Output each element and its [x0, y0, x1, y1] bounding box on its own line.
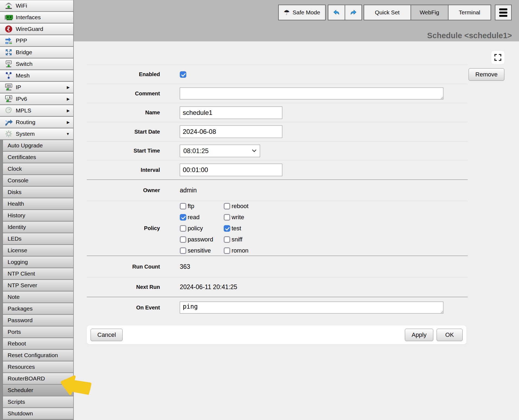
submenu-item-identity[interactable]: Identity: [3, 221, 73, 233]
next-run-label: Next Run: [87, 284, 160, 290]
submenu-item-resources[interactable]: Resources: [3, 361, 73, 373]
policy-checkbox-test[interactable]: [224, 225, 230, 232]
enabled-label: Enabled: [87, 71, 160, 77]
submenu-item-note[interactable]: Note: [3, 291, 73, 303]
sidebar-item-switch[interactable]: Switch: [0, 58, 73, 70]
policy-label: Policy: [87, 225, 160, 231]
policy-option-sniff[interactable]: sniff: [224, 236, 275, 243]
routing-icon: [4, 118, 14, 127]
policy-checkbox-read[interactable]: [180, 214, 186, 221]
wifi-icon: [4, 1, 14, 10]
submenu-item-routerboard[interactable]: RouterBOARD: [3, 373, 73, 384]
submenu-item-reboot[interactable]: Reboot: [3, 338, 73, 349]
ok-button[interactable]: OK: [437, 329, 463, 341]
redo-icon: [349, 8, 357, 17]
tab-quick-set[interactable]: Quick Set: [364, 5, 411, 20]
submenu-item-auto-upgrade[interactable]: Auto Upgrade: [3, 140, 73, 151]
sidebar-item-system[interactable]: System▼: [0, 128, 73, 140]
system-submenu: Auto UpgradeCertificatesClockConsoleDisk…: [2, 140, 73, 419]
remove-button[interactable]: Remove: [469, 68, 504, 81]
enabled-checkbox[interactable]: [180, 71, 186, 78]
next-run-row: Next Run 2024-06-11 20:41:25: [87, 277, 468, 297]
sidebar-item-interfaces[interactable]: Interfaces: [0, 12, 73, 23]
policy-checkbox-romon[interactable]: [224, 247, 230, 254]
sidebar-item-ipv6[interactable]: ✓6IPv6▶: [0, 93, 73, 105]
sidebar-item-routing[interactable]: Routing▶: [0, 117, 73, 128]
owner-value: admin: [180, 187, 197, 194]
comment-input[interactable]: [180, 88, 443, 99]
submenu-item-leds[interactable]: LEDs: [3, 233, 73, 244]
mesh-icon: [4, 71, 14, 80]
submenu-item-reset-configuration[interactable]: Reset Configuration: [3, 350, 73, 361]
tab-webfig[interactable]: WebFig: [411, 5, 448, 20]
cancel-button[interactable]: Cancel: [91, 329, 123, 341]
submenu-item-history[interactable]: History: [3, 210, 73, 221]
chevron-right-icon: ▶: [67, 108, 70, 113]
name-input[interactable]: [180, 106, 282, 119]
sidebar-item-mpls[interactable]: MPLS▶: [0, 105, 73, 116]
sidebar-item-ip[interactable]: 255IP▶: [0, 82, 73, 93]
start-time-label: Start Time: [87, 148, 160, 154]
submenu-item-clock[interactable]: Clock: [3, 163, 73, 175]
policy-checkbox-write[interactable]: [224, 214, 230, 221]
policy-option-romon[interactable]: romon: [224, 247, 275, 254]
policy-checkbox-password[interactable]: [180, 236, 186, 243]
submenu-item-certificates[interactable]: Certificates: [3, 151, 73, 163]
fullscreen-button[interactable]: [491, 51, 504, 64]
submenu-item-password[interactable]: Password: [3, 315, 73, 326]
policy-option-read[interactable]: read: [180, 214, 224, 221]
submenu-item-ntp-client[interactable]: NTP Client: [3, 268, 73, 279]
start-date-input[interactable]: [180, 125, 282, 138]
submenu-item-license[interactable]: License: [3, 245, 73, 256]
start-date-row: Start Date: [87, 122, 468, 141]
sidebar-menu: WiFiInterfacesWireGuardPPPBridgeSwitchMe…: [0, 0, 73, 140]
system-icon: [4, 130, 14, 138]
run-count-label: Run Count: [87, 264, 160, 270]
submenu-item-console[interactable]: Console: [3, 175, 73, 186]
safe-mode-button[interactable]: ☂ Safe Mode: [278, 5, 326, 20]
menu-button[interactable]: [495, 5, 512, 20]
policy-checkbox-sensitive[interactable]: [180, 247, 186, 254]
ppp-icon: [4, 36, 14, 45]
policy-checkbox-sniff[interactable]: [224, 236, 230, 243]
redo-button[interactable]: [345, 5, 362, 20]
submenu-item-scripts[interactable]: Scripts: [3, 396, 73, 408]
policy-option-test[interactable]: test: [224, 225, 275, 232]
policy-option-reboot[interactable]: reboot: [224, 203, 275, 210]
apply-button[interactable]: Apply: [405, 329, 433, 341]
policy-option-policy[interactable]: policy: [180, 225, 224, 232]
submenu-item-logging[interactable]: Logging: [3, 256, 73, 268]
start-time-row: Start Time 08:01:25: [87, 141, 468, 160]
policy-option-password[interactable]: password: [180, 236, 224, 243]
sidebar-item-wifi[interactable]: WiFi: [0, 0, 73, 11]
sidebar-item-wireguard[interactable]: WireGuard: [0, 23, 73, 35]
policy-grid: ftprebootreadwritepolicytestpasswordsnif…: [180, 203, 275, 254]
submenu-item-ntp-server[interactable]: NTP Server: [3, 280, 73, 291]
tab-terminal[interactable]: Terminal: [448, 5, 491, 20]
submenu-item-health[interactable]: Health: [3, 198, 73, 209]
chevron-right-icon: ▶: [67, 85, 70, 89]
sidebar-item-bridge[interactable]: Bridge: [0, 47, 73, 58]
undo-button[interactable]: [328, 5, 345, 20]
policy-checkbox-ftp[interactable]: [180, 203, 186, 209]
sidebar: WiFiInterfacesWireGuardPPPBridgeSwitchMe…: [0, 0, 74, 420]
policy-checkbox-policy[interactable]: [180, 225, 186, 232]
on-event-input[interactable]: ping: [180, 302, 443, 314]
policy-option-sensitive[interactable]: sensitive: [180, 247, 224, 254]
on-event-label: On Event: [87, 305, 160, 311]
submenu-item-disks[interactable]: Disks: [3, 186, 73, 198]
start-time-select[interactable]: 08:01:25: [180, 145, 260, 157]
interval-input[interactable]: [180, 164, 282, 176]
policy-checkbox-reboot[interactable]: [224, 203, 230, 209]
submenu-item-shutdown[interactable]: Shutdown: [3, 408, 73, 419]
run-count-value: 363: [180, 263, 190, 270]
submenu-item-ports[interactable]: Ports: [3, 326, 73, 338]
sidebar-item-mesh[interactable]: Mesh: [0, 70, 73, 81]
sidebar-item-ppp[interactable]: PPP: [0, 35, 73, 46]
submenu-item-scheduler[interactable]: Scheduler: [3, 385, 73, 396]
policy-option-ftp[interactable]: ftp: [180, 203, 224, 210]
policy-option-write[interactable]: write: [224, 214, 275, 221]
chevron-right-icon: ▶: [67, 120, 70, 124]
submenu-item-packages[interactable]: Packages: [3, 303, 73, 314]
svg-text:6: 6: [9, 96, 11, 99]
